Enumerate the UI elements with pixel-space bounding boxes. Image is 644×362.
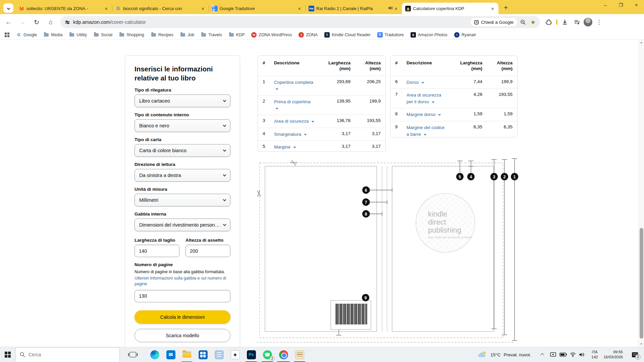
paper-type-select[interactable]: Carta di colore bianco <box>135 144 230 157</box>
tab-gmail[interactable]: M sollecito: URGENTE da ZONA - × <box>15 3 112 14</box>
zoom-icon[interactable] <box>518 17 528 27</box>
weather-widget[interactable]: 15°C Preval. nuvol. <box>477 351 531 358</box>
folder-icon <box>201 32 206 38</box>
tray-expand-icon[interactable] <box>540 353 544 357</box>
media-playlist-icon[interactable] <box>572 17 582 27</box>
mail-icon: ✉ <box>166 350 175 359</box>
extensions-icon[interactable] <box>543 17 554 27</box>
page-count-input[interactable] <box>135 290 230 302</box>
binding-type-select[interactable]: Libro cartaceo <box>135 95 230 107</box>
barcode-margin-link[interactable]: Margine del codice a barre <box>407 125 444 137</box>
bookmark-travels[interactable]: Travels <box>198 31 225 39</box>
notification-center-button[interactable]: 2 <box>629 347 641 362</box>
photoshop-button[interactable]: Ps <box>243 347 259 362</box>
page-count-info-link[interactable]: Ulteriori informazioni sulla gabbia e su… <box>135 276 230 287</box>
trim-size-select[interactable]: Dimensioni del rivestimento personalizz.… <box>135 219 230 231</box>
microsoft-store-button[interactable] <box>195 347 211 362</box>
scrollbar-thumb[interactable] <box>640 228 643 339</box>
safe-area-link[interactable]: Area di sicurezza <box>274 119 314 124</box>
bookmark-media[interactable]: Media <box>41 31 65 39</box>
forward-button[interactable]: → <box>17 16 28 28</box>
bookmark-ryanair[interactable]: »Ryanair <box>451 31 479 39</box>
bookmark-zona-wordpress[interactable]: WZONA WordPress <box>249 31 294 39</box>
trim-width-input[interactable] <box>135 245 179 257</box>
battery-icon[interactable] <box>559 352 567 357</box>
bookmark-star-icon[interactable]: ★ <box>528 17 538 27</box>
solitaire-button[interactable]: ♠ <box>227 347 243 362</box>
full-cover-link[interactable]: Copertina completa <box>274 80 313 92</box>
profile-avatar[interactable] <box>584 18 592 26</box>
bookmark-zona[interactable]: ZZONA <box>296 31 320 39</box>
downloads-icon[interactable] <box>559 17 570 27</box>
spine-margin-link[interactable]: Margine dorso <box>407 112 440 117</box>
tab-kdp-cover-calculator[interactable]: a Calcolatore copertina KDP × <box>402 3 498 14</box>
bookmark-utility[interactable]: Utility <box>66 31 90 39</box>
close-tab-icon[interactable]: × <box>490 6 495 11</box>
page-scrollbar[interactable]: ▲ ▼ <box>638 40 644 347</box>
close-tab-icon[interactable]: × <box>393 6 398 11</box>
scroll-up-icon[interactable]: ▲ <box>639 41 644 44</box>
apps-grid-icon[interactable] <box>5 33 9 37</box>
address-bar[interactable]: kdp.amazon.com/cover-calculator Chiedi a… <box>60 16 540 28</box>
volume-icon[interactable] <box>579 352 585 357</box>
trim-height-input[interactable] <box>185 245 230 257</box>
new-tab-button[interactable]: + <box>501 3 511 12</box>
chrome-button[interactable] <box>275 347 291 362</box>
bookmark-job[interactable]: Job <box>177 31 197 39</box>
browser-menu-icon[interactable]: ⋮ <box>594 17 604 27</box>
bookmark-amazon-photos[interactable]: aAmazon Photos <box>408 31 450 39</box>
whatsapp-button[interactable]: ☎2 <box>259 347 275 362</box>
ask-google-button[interactable]: Chiedi a Google <box>470 17 518 27</box>
back-button[interactable]: ← <box>3 16 14 28</box>
bookmark-social[interactable]: Social <box>91 31 115 39</box>
margin-link[interactable]: Margine <box>274 144 296 149</box>
bookmark-google[interactable]: GGoogle <box>13 31 40 39</box>
blue-tiles-app-button[interactable] <box>211 347 227 362</box>
search-input[interactable] <box>29 352 102 357</box>
measurement-unit-select[interactable]: Millimetri <box>135 194 230 206</box>
bookmark-kindle-cloud-reader[interactable]: kKindle Cloud Reader <box>322 31 373 39</box>
scroll-down-icon[interactable]: ▼ <box>639 343 644 346</box>
taskbar-search[interactable] <box>15 347 120 362</box>
form-title: Inserisci le informazioni relative al tu… <box>135 64 230 82</box>
reading-direction-select[interactable]: Da sinistra a destra <box>135 169 230 182</box>
cast-icon[interactable] <box>550 352 556 357</box>
start-button[interactable] <box>0 347 15 362</box>
bookmark-recipes[interactable]: Recipes <box>148 31 176 39</box>
tab-rai-radio[interactable]: Rai Rai Radio 2 | Canale | RaiPla × <box>305 3 402 14</box>
notes-app-button[interactable] <box>291 347 308 362</box>
spine-safe-area-link[interactable]: Area di sicurezza per il dorso <box>407 93 441 104</box>
minimize-button[interactable]: – <box>598 0 613 10</box>
svg-text:8: 8 <box>365 212 367 217</box>
tab-search-button[interactable] <box>3 3 13 13</box>
bookmark-kdp[interactable]: KDP <box>226 31 248 39</box>
clock[interactable]: 09:55 16/03/2026 <box>603 350 623 360</box>
close-tab-icon[interactable]: × <box>104 6 109 11</box>
reload-button[interactable]: ↻ <box>31 16 42 28</box>
mail-button[interactable]: ✉ <box>163 347 179 362</box>
interior-type-select[interactable]: Bianco e nero <box>135 119 230 132</box>
close-window-button[interactable]: × <box>629 0 644 10</box>
close-tab-icon[interactable]: × <box>200 6 205 11</box>
tab-google-search[interactable]: G bioccoli significato - Cerca con × <box>112 3 209 14</box>
close-tab-icon[interactable]: × <box>297 6 302 11</box>
bookmark-traduttore[interactable]: 文Traduttore <box>375 31 407 39</box>
tab-translate[interactable]: G文 Google Traduttore × <box>209 3 305 14</box>
wifi-icon[interactable] <box>570 352 576 357</box>
chevron-down-icon <box>304 133 307 135</box>
site-info-icon[interactable] <box>65 21 70 23</box>
bookmark-shopping[interactable]: Shopping <box>116 31 147 39</box>
calculate-dimensions-button[interactable]: Calcola le dimensioni <box>135 310 230 324</box>
front-cover-link[interactable]: Prima di copertina <box>274 99 311 111</box>
tab-audio-icon[interactable] <box>388 6 393 11</box>
home-button[interactable]: ⌂ <box>45 16 56 28</box>
bleed-link[interactable]: Smarginatura <box>274 132 306 137</box>
edge-button[interactable] <box>147 347 163 362</box>
language-indicator[interactable]: ITA 142 <box>591 350 598 360</box>
download-template-button[interactable]: Scarica modello <box>135 329 230 342</box>
task-view-button[interactable] <box>125 347 141 362</box>
spine-link[interactable]: Dorso <box>407 80 424 85</box>
maximize-button[interactable]: ❐ <box>613 0 629 10</box>
file-explorer-button[interactable] <box>179 347 195 362</box>
pinned-extension-icon[interactable] <box>556 19 557 25</box>
